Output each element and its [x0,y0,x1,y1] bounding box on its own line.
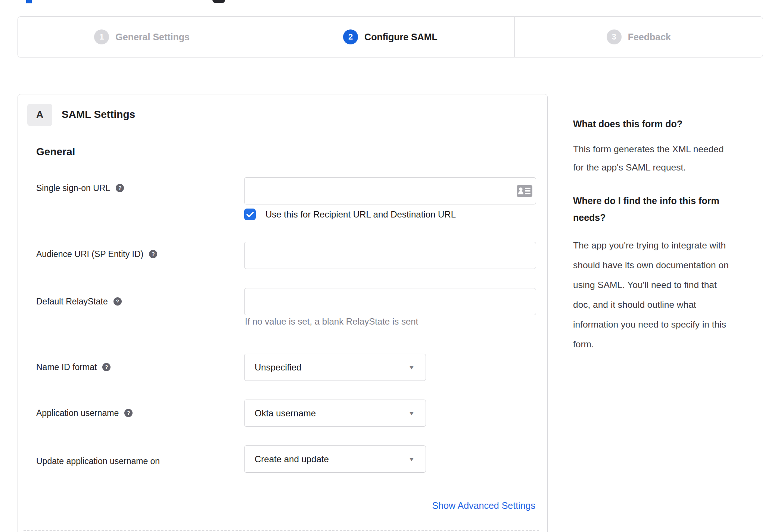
step-2-label: Configure SAML [364,32,438,43]
app-username-label-text: Application username [36,407,119,419]
relay-state-label-text: Default RelayState [36,296,108,307]
help-answer-2-line: The app you're trying to integrate with [573,240,726,251]
help-answer-1-line: for the app's SAML request. [573,162,686,173]
app-username-label: Application username ? [36,407,133,419]
update-username-select[interactable]: Create and update ▼ [244,445,426,473]
chevron-down-icon: ▼ [408,456,415,462]
step-1-number-badge: 1 [94,29,109,44]
app-username-help-icon[interactable]: ? [124,409,133,417]
help-answer-2-line: form. [573,339,594,350]
step-1-label: General Settings [115,32,190,43]
step-2-number-badge: 2 [343,29,358,44]
relay-state-label: Default RelayState ? [36,296,122,307]
step-feedback[interactable]: 3 Feedback [514,17,763,57]
sso-url-help-icon[interactable]: ? [116,184,124,192]
cropped-icon-fragment [212,0,225,3]
relay-state-help-icon[interactable]: ? [113,297,122,306]
help-answer-2-line: doc, and it should outline what [573,300,696,310]
recipient-url-checkbox-row: Use this for Recipient URL and Destinati… [244,209,456,220]
audience-uri-input[interactable] [244,242,536,269]
name-id-format-label: Name ID format ? [36,362,111,373]
wizard-stepper: 1 General Settings 2 Configure SAML 3 Fe… [18,16,763,57]
step-configure-saml[interactable]: 2 Configure SAML [266,17,514,57]
recipient-url-checkbox-label: Use this for Recipient URL and Destinati… [265,209,456,220]
sso-url-label: Single sign-on URL ? [36,182,124,194]
help-answer-1-line: This form generates the XML needed [573,144,724,154]
section-dashed-divider [24,530,539,531]
help-answer-2-line: information you need to specify in this [573,319,726,330]
update-username-label-text: Update application username on [36,456,160,467]
section-a-badge: A [27,104,52,126]
help-question-1: What does this form do? [573,119,682,129]
app-username-select[interactable]: Okta username ▼ [244,400,426,427]
name-id-format-select[interactable]: Unspecified ▼ [244,354,426,381]
contact-card-icon[interactable] [517,185,532,197]
chevron-down-icon: ▼ [408,364,415,370]
chevron-down-icon: ▼ [408,410,415,416]
relay-state-input[interactable] [244,288,536,315]
panel-title: SAML Settings [62,109,135,121]
help-answer-2-line: using SAML. You'll need to find that [573,280,717,290]
name-id-format-help-icon[interactable]: ? [102,363,111,371]
general-section-heading: General [36,146,75,158]
step-3-number-badge: 3 [607,29,622,44]
audience-uri-label-text: Audience URI (SP Entity ID) [36,248,143,260]
name-id-format-label-text: Name ID format [36,362,97,373]
sso-url-input[interactable] [244,177,536,204]
cropped-logo-fragment [26,0,32,3]
step-general-settings[interactable]: 1 General Settings [18,17,266,57]
sso-url-label-text: Single sign-on URL [36,182,110,194]
help-question-2: needs? [573,212,606,223]
saml-settings-panel: A SAML Settings General Single sign-on U… [18,94,548,532]
help-question-2: Where do I find the info this form [573,195,719,206]
help-answer-2-line: should have its own documentation on [573,260,729,270]
show-advanced-settings-link[interactable]: Show Advanced Settings [432,500,535,511]
audience-uri-label: Audience URI (SP Entity ID) ? [36,248,157,260]
update-username-value: Create and update [255,454,329,464]
step-3-label: Feedback [628,32,671,43]
recipient-url-checkbox[interactable] [244,209,256,220]
name-id-format-value: Unspecified [255,362,301,373]
app-username-value: Okta username [255,408,316,419]
audience-uri-help-icon[interactable]: ? [149,250,157,258]
relay-state-hint: If no value is set, a blank RelayState i… [245,316,418,327]
update-username-label: Update application username on [36,456,160,467]
